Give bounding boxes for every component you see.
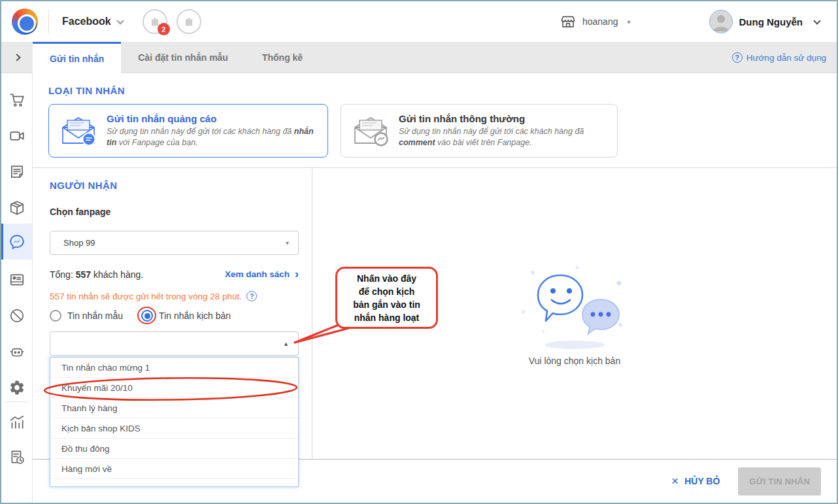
dropdown-option[interactable]: Hàng mới về — [50, 459, 298, 479]
brand-logo-icon — [12, 8, 38, 35]
channel-selector[interactable]: Facebook — [62, 16, 111, 27]
dropdown-option-highlighted[interactable]: Khuyến mãi 20/10 — [50, 378, 298, 398]
envelope-ad-icon — [58, 113, 99, 148]
card-description: Sử dụng tin nhắn này để gửi tới các khác… — [107, 126, 318, 148]
scenario-select[interactable]: ▲ — [50, 331, 299, 356]
video-camera-icon — [8, 127, 25, 144]
chat-bubbles-illustration — [509, 261, 640, 344]
dropdown-option[interactable]: Tin nhắn chào mừng 1 — [50, 358, 298, 378]
brand-logo[interactable] — [1, 8, 48, 35]
chevron-down-icon[interactable] — [813, 17, 820, 24]
chevron-right-icon — [13, 54, 20, 61]
sidebar-item-products[interactable] — [1, 194, 32, 222]
sidebar — [1, 73, 33, 503]
dropdown-option[interactable]: Hàng sale — [50, 479, 298, 487]
tab-message-templates[interactable]: Cài đặt tin nhắn mẫu — [121, 42, 245, 73]
store-name: hoanang — [582, 16, 618, 27]
news-document-icon — [8, 163, 25, 180]
tab-statistics[interactable]: Thống kê — [245, 42, 320, 73]
card-description: Sử dụng tin nhắn này để gửi tới các khác… — [399, 126, 608, 148]
message-type-card-ads[interactable]: Gửi tin nhắn quảng cáo Sử dụng tin nhắn … — [48, 104, 328, 158]
radio-template-message[interactable] — [50, 310, 61, 322]
envelope-normal-icon — [350, 113, 391, 148]
store-selector[interactable]: hoanang ▾ — [560, 14, 631, 29]
radio-label-scenario[interactable]: Tin nhắn kịch bản — [159, 311, 231, 321]
scenario-dropdown-list: Tin nhắn chào mừng 1 Khuyến mãi 20/10 Th… — [50, 357, 299, 487]
fanpage-select-value: Shop 99 — [63, 238, 95, 248]
section-title-message-type: LOẠI TIN NHẮN — [48, 85, 125, 96]
chevron-down-icon[interactable] — [116, 17, 124, 24]
sidebar-item-blacklist[interactable] — [1, 302, 32, 329]
app-header: Facebook 2 hoanang ▾ Dung Nguyễn — [1, 1, 837, 42]
tab-send-message[interactable]: Gửi tin nhắn — [33, 42, 121, 73]
dropdown-option[interactable]: Thanh lý hàng — [50, 398, 298, 418]
avatar[interactable] — [709, 10, 733, 33]
package-icon — [8, 199, 25, 216]
dropdown-option[interactable]: Đồ thu đông — [50, 439, 298, 459]
dropdown-option[interactable]: Kịch bản shop KIDS — [50, 418, 298, 439]
total-count: 557 — [76, 269, 91, 280]
message-kind-radio-group: Tin nhắn mẫu Tin nhắn kịch bản — [50, 310, 231, 322]
shop-notification-button-1[interactable]: 2 — [142, 9, 167, 34]
empty-state-text: Vui lòng chọn kịch bản — [529, 356, 620, 366]
caret-down-icon: ▾ — [627, 18, 630, 25]
header-divider — [48, 9, 49, 34]
send-message-button[interactable]: GỬI TIN NHẮN — [738, 467, 821, 496]
sidebar-item-livestream[interactable] — [1, 122, 32, 150]
sidebar-item-report-history[interactable] — [1, 443, 32, 471]
fanpage-label: Chọn fanpage — [50, 207, 110, 217]
report-history-icon — [8, 448, 25, 465]
radio-scenario-message[interactable] — [141, 310, 153, 322]
sidebar-item-orders[interactable] — [1, 86, 32, 114]
user-guide-label: Hướng dẫn sử dụng — [746, 53, 826, 63]
shopping-bag-icon — [183, 16, 195, 27]
settings-gear-icon — [8, 379, 25, 396]
view-list-link[interactable]: Xem danh sách › — [225, 267, 299, 281]
section-title-recipients: NGƯỜI NHẬN — [50, 180, 117, 191]
person-icon — [710, 10, 732, 33]
sidebar-item-chatbot[interactable] — [1, 338, 32, 365]
cart-icon — [8, 92, 25, 109]
close-icon: × — [671, 474, 679, 488]
chatbot-icon — [8, 343, 25, 360]
fanpage-select[interactable]: Shop 99 ▾ — [50, 231, 299, 255]
cancel-button[interactable]: × HỦY BỎ — [671, 474, 720, 488]
message-type-card-normal[interactable]: Gửi tin nhắn thông thường Sử dụng tin nh… — [341, 104, 618, 158]
app-window: Facebook 2 hoanang ▾ Dung Nguyễn — [0, 0, 838, 504]
block-icon — [8, 307, 25, 324]
sidebar-item-customers[interactable] — [1, 266, 32, 294]
storefront-icon — [560, 14, 576, 29]
user-guide-link[interactable]: ? Hướng dẫn sử dụng — [732, 42, 826, 73]
help-icon[interactable]: ? — [246, 291, 257, 301]
sidebar-divider — [5, 401, 28, 402]
radio-label-template[interactable]: Tin nhắn mẫu — [67, 311, 123, 321]
main-content: LOẠI TIN NHẮN Gửi tin nhắn quảng cáo — [33, 73, 837, 503]
tab-bar: Gửi tin nhắn Cài đặt tin nhắn mẫu Thống … — [1, 42, 837, 73]
contact-card-icon — [8, 271, 25, 288]
callout-bubble: Nhấn vào đây để chọn kịch bản gắn vào ti… — [335, 267, 438, 329]
messenger-icon — [8, 233, 25, 250]
card-title: Gửi tin nhắn quảng cáo — [107, 113, 318, 124]
caret-up-icon: ▲ — [283, 341, 289, 347]
help-icon: ? — [732, 52, 743, 63]
send-duration-warning: 557 tin nhắn sẽ được gửi hết trong vòng … — [50, 291, 257, 301]
sidebar-item-settings[interactable] — [1, 374, 32, 401]
user-name: Dung Nguyễn — [739, 16, 803, 27]
chevron-right-icon: › — [295, 267, 299, 281]
sidebar-item-analytics[interactable] — [1, 409, 32, 436]
notification-badge: 2 — [158, 23, 170, 35]
shop-notification-button-2[interactable] — [176, 9, 201, 34]
caret-down-icon: ▾ — [286, 239, 289, 246]
message-type-section: LOẠI TIN NHẮN Gửi tin nhắn quảng cáo — [33, 73, 837, 168]
illustration-shadow — [545, 341, 605, 349]
analytics-chart-icon — [8, 414, 25, 431]
card-title: Gửi tin nhắn thông thường — [399, 113, 608, 124]
sidebar-item-posts[interactable] — [1, 158, 32, 186]
sidebar-item-messenger[interactable] — [1, 228, 32, 256]
total-customers-row: Tổng: 557 khách hàng. Xem danh sách › — [50, 267, 299, 281]
sidebar-expand-button[interactable] — [1, 42, 33, 73]
